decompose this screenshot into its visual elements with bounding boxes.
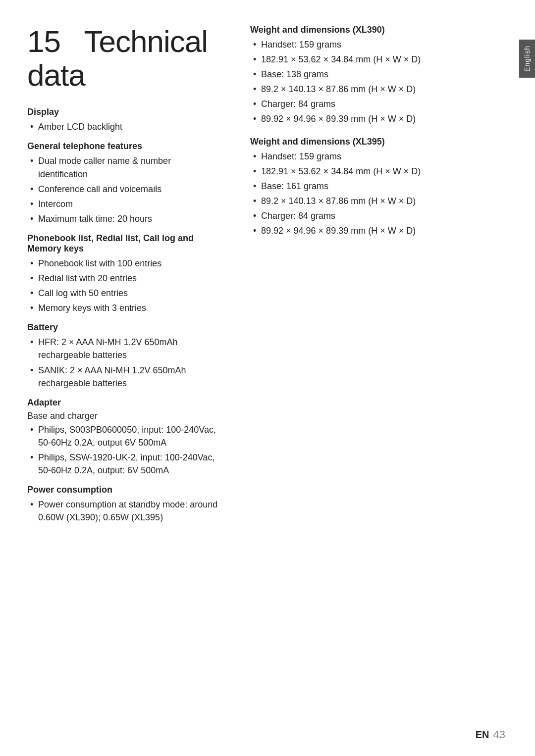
list-item: 182.91 × 53.62 × 34.84 mm (H × W × D): [250, 165, 495, 178]
list-item: Philips, S003PB0600050, input: 100-240Va…: [27, 423, 220, 449]
section-heading-power: Power consumption: [27, 485, 220, 495]
list-item: Memory keys with 3 entries: [27, 302, 220, 314]
list-item: Dual mode caller name & number identific…: [27, 154, 220, 180]
list-item: 89.92 × 94.96 × 89.39 mm (H × W × D): [250, 112, 495, 125]
sub-label-adapter: Base and charger: [27, 411, 220, 421]
section-heading-weight_xl395: Weight and dimensions (XL395): [250, 137, 495, 147]
page-title-number: 15: [27, 24, 60, 58]
footer-bar: EN 43: [476, 728, 505, 741]
list-item: Charger: 84 grams: [250, 209, 495, 222]
section-heading-display: Display: [27, 107, 220, 117]
page-title: 15 Technical data: [27, 25, 220, 92]
page-container: English 15 Technical data DisplayAmber L…: [0, 0, 535, 756]
list-item: 89.2 × 140.13 × 87.86 mm (H × W × D): [250, 83, 495, 96]
list-item: Charger: 84 grams: [250, 98, 495, 110]
list-item: Base: 161 grams: [250, 180, 495, 193]
list-battery: HFR: 2 × AAA Ni-MH 1.2V 650mAh rechargea…: [27, 336, 220, 389]
list-item: Base: 138 grams: [250, 68, 495, 81]
list-item: Intercom: [27, 198, 220, 210]
list-item: Conference call and voicemails: [27, 183, 220, 196]
section-heading-battery: Battery: [27, 322, 220, 333]
list-item: Handset: 159 grams: [250, 150, 495, 163]
main-content: 15 Technical data DisplayAmber LCD backl…: [0, 0, 535, 756]
list-weight_xl390: Handset: 159 grams182.91 × 53.62 × 34.84…: [250, 38, 495, 126]
section-heading-weight_xl390: Weight and dimensions (XL390): [250, 25, 495, 35]
footer-page: 43: [493, 728, 505, 741]
section-heading-phonebook: Phonebook list, Redial list, Call log an…: [27, 233, 220, 254]
section-heading-adapter: Adapter: [27, 398, 220, 408]
side-tab: English: [519, 40, 535, 78]
list-item: Handset: 159 grams: [250, 38, 495, 51]
list-item: HFR: 2 × AAA Ni-MH 1.2V 650mAh rechargea…: [27, 336, 220, 361]
right-column: Weight and dimensions (XL390)Handset: 15…: [240, 25, 495, 731]
section-heading-general: General telephone features: [27, 141, 220, 151]
list-adapter: Philips, S003PB0600050, input: 100-240Va…: [27, 423, 220, 477]
list-item: Amber LCD backlight: [27, 120, 220, 133]
list-item: Call log with 50 entries: [27, 287, 220, 300]
list-item: Redial list with 20 entries: [27, 272, 220, 285]
list-item: 89.92 × 94.96 × 89.39 mm (H × W × D): [250, 224, 495, 237]
list-phonebook: Phonebook list with 100 entriesRedial li…: [27, 257, 220, 314]
list-item: SANIK: 2 × AAA Ni-MH 1.2V 650mAh recharg…: [27, 364, 220, 390]
list-item: Phonebook list with 100 entries: [27, 257, 220, 270]
list-item: Power consumption at standby mode: aroun…: [27, 498, 220, 524]
list-display: Amber LCD backlight: [27, 120, 220, 133]
left-column: 15 Technical data DisplayAmber LCD backl…: [27, 25, 240, 731]
list-item: 182.91 × 53.62 × 34.84 mm (H × W × D): [250, 53, 495, 66]
right-sections-container: Weight and dimensions (XL390)Handset: 15…: [250, 25, 495, 237]
list-item: 89.2 × 140.13 × 87.86 mm (H × W × D): [250, 195, 495, 207]
footer-lang: EN: [476, 729, 489, 741]
list-weight_xl395: Handset: 159 grams182.91 × 53.62 × 34.84…: [250, 150, 495, 238]
list-item: Maximum talk time: 20 hours: [27, 212, 220, 225]
list-general: Dual mode caller name & number identific…: [27, 154, 220, 225]
left-sections-container: DisplayAmber LCD backlightGeneral teleph…: [27, 107, 220, 524]
list-item: Philips, SSW-1920-UK-2, input: 100-240Va…: [27, 451, 220, 477]
list-power: Power consumption at standby mode: aroun…: [27, 498, 220, 524]
